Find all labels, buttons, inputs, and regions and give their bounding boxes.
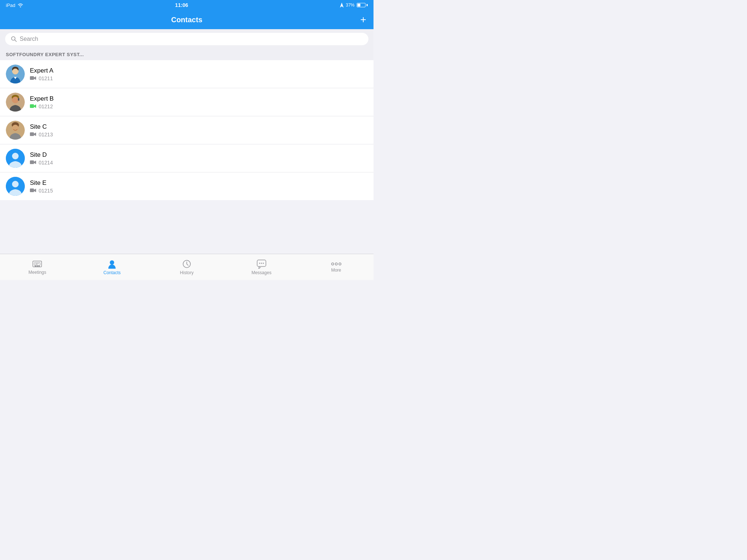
- avatar-expert-a: [6, 65, 25, 83]
- location-icon: [340, 3, 344, 8]
- tab-messages-label: Messages: [251, 270, 271, 275]
- svg-point-38: [263, 262, 264, 264]
- main-content: Search SOFTFOUNDRY EXPERT SYST...: [0, 29, 374, 254]
- battery-percent: 37%: [346, 3, 355, 8]
- svg-rect-17: [30, 132, 34, 136]
- contact-number-site-c: 01213: [30, 132, 368, 137]
- svg-point-19: [12, 153, 19, 159]
- tab-meetings-label: Meetings: [28, 270, 46, 275]
- svg-rect-25: [34, 262, 40, 265]
- contact-number-site-e: 01215: [30, 188, 368, 194]
- svg-point-31: [110, 260, 114, 265]
- status-bar: iPad 11:06 37%: [0, 0, 374, 10]
- contact-info-site-e: Site E 01215: [30, 179, 368, 194]
- svg-point-10: [12, 97, 19, 103]
- svg-point-30: [38, 265, 40, 267]
- tab-meetings[interactable]: Meetings: [0, 257, 75, 278]
- contact-item-expert-a[interactable]: Expert A 01211: [0, 60, 374, 88]
- search-icon: [11, 36, 17, 42]
- contacts-icon: [108, 259, 116, 269]
- svg-rect-11: [18, 98, 19, 101]
- tab-more-label: More: [331, 268, 341, 273]
- video-icon-site-d: [30, 160, 36, 165]
- contact-name-expert-b: Expert B: [30, 95, 368, 102]
- svg-point-37: [261, 262, 262, 264]
- nav-bar: Contacts +: [0, 10, 374, 29]
- svg-point-5: [12, 69, 18, 74]
- avatar-expert-b: [6, 93, 25, 112]
- avatar-site-e: [6, 177, 25, 196]
- contact-number-site-d: 01214: [30, 160, 368, 166]
- contact-name-expert-a: Expert A: [30, 67, 368, 74]
- wifi-icon: [18, 3, 23, 7]
- search-placeholder: Search: [20, 36, 38, 42]
- svg-point-41: [339, 263, 341, 265]
- more-icon: [331, 262, 342, 266]
- contact-name-site-c: Site C: [30, 123, 368, 131]
- add-contact-button[interactable]: +: [360, 15, 366, 25]
- svg-rect-12: [30, 104, 34, 108]
- device-label: iPad: [6, 3, 15, 8]
- svg-line-1: [15, 40, 17, 42]
- meetings-icon: [32, 260, 42, 268]
- svg-point-29: [36, 265, 38, 267]
- svg-rect-6: [30, 76, 34, 80]
- tab-messages[interactable]: Messages: [224, 256, 299, 278]
- battery-indicator: [357, 3, 368, 7]
- messages-icon: [256, 259, 267, 269]
- tab-bar: Meetings Contacts History Messages: [0, 254, 374, 280]
- search-container: Search: [0, 29, 374, 49]
- contact-item-site-e[interactable]: Site E 01215: [0, 172, 374, 200]
- search-bar[interactable]: Search: [5, 33, 368, 45]
- contact-name-site-d: Site D: [30, 151, 368, 159]
- avatar-site-d: [6, 149, 25, 168]
- section-label: SOFTFOUNDRY EXPERT SYST...: [6, 52, 84, 57]
- contact-info-site-d: Site D 01214: [30, 151, 368, 166]
- svg-point-28: [35, 265, 36, 267]
- contact-info-expert-a: Expert A 01211: [30, 67, 368, 81]
- svg-line-34: [187, 264, 188, 265]
- contact-info-site-c: Site C 01213: [30, 123, 368, 137]
- tab-contacts-label: Contacts: [104, 270, 121, 275]
- tab-history-label: History: [180, 270, 193, 275]
- page-title: Contacts: [171, 16, 202, 24]
- video-icon-expert-a: [30, 76, 36, 81]
- history-icon: [182, 259, 191, 269]
- avatar-site-c: [6, 121, 25, 140]
- svg-point-40: [335, 263, 337, 265]
- svg-point-39: [332, 263, 334, 265]
- contact-info-expert-b: Expert B 01212: [30, 95, 368, 109]
- svg-point-36: [259, 262, 260, 264]
- contact-name-site-e: Site E: [30, 179, 368, 187]
- contact-item-site-c[interactable]: Site C 01213: [0, 116, 374, 144]
- status-left: iPad: [6, 3, 23, 8]
- svg-rect-20: [30, 160, 34, 164]
- status-time: 11:06: [175, 2, 188, 8]
- video-icon-site-e: [30, 188, 36, 193]
- status-right: 37%: [340, 3, 368, 8]
- contact-number-expert-a: 01211: [30, 75, 368, 81]
- video-icon-site-c: [30, 132, 36, 137]
- svg-point-22: [12, 181, 19, 187]
- contact-item-expert-b[interactable]: Expert B 01212: [0, 88, 374, 116]
- tab-contacts[interactable]: Contacts: [75, 256, 150, 278]
- tab-more[interactable]: More: [299, 259, 374, 276]
- video-icon-expert-b: [30, 104, 36, 109]
- contact-item-site-d[interactable]: Site D 01214: [0, 144, 374, 172]
- contacts-list: Expert A 01211: [0, 60, 374, 200]
- svg-rect-23: [30, 188, 34, 192]
- section-header: SOFTFOUNDRY EXPERT SYST...: [0, 49, 374, 60]
- tab-history[interactable]: History: [150, 256, 224, 278]
- contact-number-expert-b: 01212: [30, 104, 368, 109]
